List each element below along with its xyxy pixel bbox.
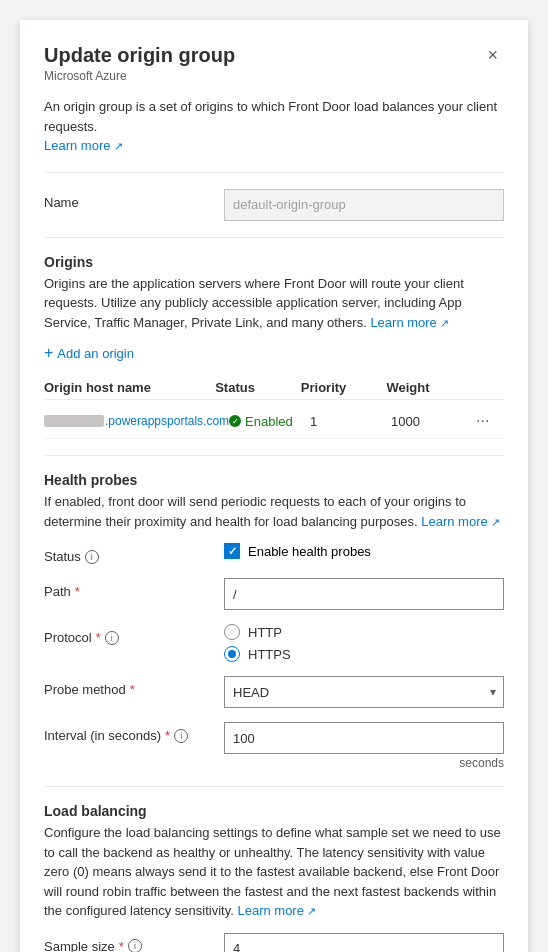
- sample-size-input[interactable]: [224, 933, 504, 953]
- health-status-row: Status i Enable health probes: [44, 543, 504, 564]
- origin-more-button[interactable]: ···: [472, 412, 493, 430]
- col-header-origin-host: Origin host name: [44, 380, 215, 395]
- probe-method-required-marker: *: [130, 682, 135, 697]
- protocol-https-option[interactable]: HTTPS: [224, 646, 504, 662]
- probe-method-row: Probe method * HEAD GET ▾: [44, 676, 504, 708]
- health-path-input[interactable]: [224, 578, 504, 610]
- domain-masked-part: [44, 415, 104, 427]
- panel-title: Update origin group: [44, 44, 235, 67]
- divider-1: [44, 172, 504, 173]
- health-path-input-wrapper: [224, 578, 504, 610]
- interval-input-wrapper: seconds: [224, 722, 504, 770]
- col-header-priority: Priority: [301, 380, 387, 395]
- add-origin-button[interactable]: + Add an origin: [44, 340, 134, 366]
- sample-size-required-marker: *: [119, 939, 124, 953]
- interval-input[interactable]: [224, 722, 504, 754]
- health-status-label: Status i: [44, 543, 224, 564]
- origins-description: Origins are the application servers wher…: [44, 274, 504, 333]
- protocol-info-icon[interactable]: i: [105, 631, 119, 645]
- status-dot-icon: [229, 415, 241, 427]
- plus-icon: +: [44, 344, 53, 362]
- health-probes-description: If enabled, front door will send periodi…: [44, 492, 504, 531]
- origin-host-cell: .powerappsportals.com: [44, 414, 229, 428]
- health-protocol-row: Protocol * i HTTP HTTPS: [44, 624, 504, 662]
- panel-header: Update origin group ×: [44, 44, 504, 67]
- divider-4: [44, 786, 504, 787]
- origins-title: Origins: [44, 254, 504, 270]
- interval-suffix: seconds: [224, 756, 504, 770]
- enable-health-probes-checkbox[interactable]: Enable health probes: [224, 543, 504, 559]
- probe-method-dropdown[interactable]: HEAD GET ▾: [224, 676, 504, 708]
- name-label: Name: [44, 189, 224, 210]
- update-origin-group-panel: Update origin group × Microsoft Azure An…: [20, 20, 528, 952]
- interval-label: Interval (in seconds) * i: [44, 722, 224, 743]
- origin-more-cell: ···: [472, 412, 504, 430]
- table-row: .powerappsportals.com Enabled 1 1000 ···: [44, 404, 504, 439]
- health-path-row: Path *: [44, 578, 504, 610]
- protocol-radio-group: HTTP HTTPS: [224, 624, 504, 662]
- intro-description: An origin group is a set of origins to w…: [44, 97, 504, 156]
- name-field-row: Name: [44, 189, 504, 221]
- close-button[interactable]: ×: [481, 44, 504, 66]
- intro-learn-more-link[interactable]: Learn more: [44, 138, 123, 153]
- name-input-wrapper: [224, 189, 504, 221]
- origins-learn-more-link[interactable]: Learn more: [370, 315, 449, 330]
- panel-subtitle: Microsoft Azure: [44, 69, 504, 83]
- health-status-checkbox-wrapper: Enable health probes: [224, 543, 504, 559]
- path-required-marker: *: [75, 584, 80, 599]
- divider-3: [44, 455, 504, 456]
- protocol-http-option[interactable]: HTTP: [224, 624, 504, 640]
- health-protocol-radio-group: HTTP HTTPS: [224, 624, 504, 662]
- origins-table-header: Origin host name Status Priority Weight: [44, 376, 504, 400]
- protocol-required-marker: *: [96, 630, 101, 645]
- interval-required-marker: *: [165, 728, 170, 743]
- load-balancing-title: Load balancing: [44, 803, 504, 819]
- https-radio-outer: [224, 646, 240, 662]
- sample-size-label: Sample size * i: [44, 933, 224, 953]
- sample-size-input-wrapper: [224, 933, 504, 953]
- status-info-icon[interactable]: i: [85, 550, 99, 564]
- http-radio-outer: [224, 624, 240, 640]
- checkbox-icon[interactable]: [224, 543, 240, 559]
- name-input[interactable]: [224, 189, 504, 221]
- origin-status-cell: Enabled: [229, 414, 310, 429]
- probe-method-select-wrapper: HEAD GET ▾: [224, 676, 504, 708]
- health-path-label: Path *: [44, 578, 224, 599]
- https-radio-inner: [228, 650, 236, 658]
- interval-row: Interval (in seconds) * i seconds: [44, 722, 504, 770]
- load-balancing-learn-more-link[interactable]: Learn more: [237, 903, 316, 918]
- probe-method-select[interactable]: HEAD GET: [224, 676, 504, 708]
- interval-info-icon[interactable]: i: [174, 729, 188, 743]
- col-header-status: Status: [215, 380, 301, 395]
- sample-size-row: Sample size * i: [44, 933, 504, 953]
- health-protocol-label: Protocol * i: [44, 624, 224, 645]
- probe-method-label: Probe method *: [44, 676, 224, 697]
- status-enabled: Enabled: [229, 414, 310, 429]
- col-header-weight: Weight: [386, 380, 472, 395]
- divider-2: [44, 237, 504, 238]
- origin-priority-cell: 1: [310, 414, 391, 429]
- load-balancing-description: Configure the load balancing settings to…: [44, 823, 504, 921]
- col-header-actions: [472, 380, 504, 395]
- sample-size-info-icon[interactable]: i: [128, 939, 142, 952]
- health-probes-learn-more-link[interactable]: Learn more: [421, 514, 500, 529]
- origin-weight-cell: 1000: [391, 414, 472, 429]
- health-probes-title: Health probes: [44, 472, 504, 488]
